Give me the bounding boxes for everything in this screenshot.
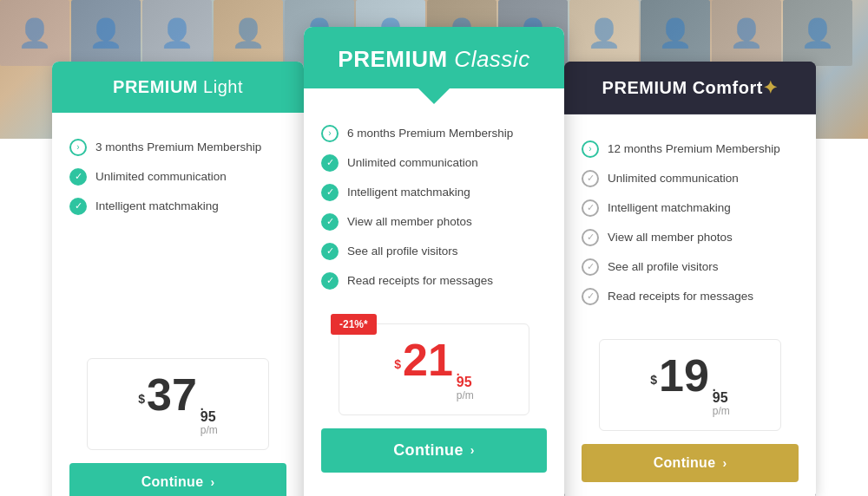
plan-comfort-features: › 12 months Premium Membership ✓ Unlimit… <box>564 114 816 335</box>
plan-comfort-continue-button[interactable]: Continue › <box>582 444 799 482</box>
feature-text: 12 months Premium Membership <box>608 142 780 155</box>
plan-classic-subtitle: Classic <box>454 46 529 72</box>
plan-light-header: PREMIUM Light <box>52 62 304 113</box>
circle-arrow-icon: › <box>321 125 339 142</box>
feature-text: See all profile visitors <box>608 260 719 273</box>
circle-arrow-icon: › <box>69 139 87 156</box>
circle-arrow-icon: › <box>582 140 599 158</box>
check-icon: ✓ <box>582 170 599 187</box>
check-icon: ✓ <box>582 229 599 246</box>
plan-light-features: › 3 months Premium Membership ✓ Unlimite… <box>52 113 304 354</box>
price-display: $ 21 . 95 p/m <box>357 337 511 401</box>
feature-text: Unlimited communication <box>608 172 739 185</box>
plan-classic-title: PREMIUM Classic <box>321 46 547 73</box>
price-main: 19 <box>659 353 709 398</box>
check-icon: ✓ <box>582 258 599 276</box>
check-icon: ✓ <box>321 243 339 260</box>
discount-badge: -21%* <box>331 314 377 335</box>
check-icon: ✓ <box>582 199 599 217</box>
plan-comfort-price-wrapper: $ 19 . 95 p/m <box>564 335 816 431</box>
price-decimal: . 95 p/m <box>201 400 218 436</box>
plan-comfort-subtitle: Comfort✦ <box>693 78 779 97</box>
plan-classic-header: PREMIUM Classic <box>304 27 564 88</box>
price-cents: 95 <box>201 410 216 424</box>
plan-comfort-button-section: Continue › <box>564 431 816 497</box>
plan-comfort: PREMIUM Comfort✦ › 12 months Premium Mem… <box>564 62 816 497</box>
feature-item: ✓ Unlimited communication <box>69 168 286 186</box>
feature-text: Intelligent matchmaking <box>95 199 219 212</box>
plan-comfort-header: PREMIUM Comfort✦ <box>564 62 816 114</box>
feature-text: Read receipts for messages <box>347 274 493 287</box>
check-icon: ✓ <box>321 272 339 290</box>
plan-classic-continue-button[interactable]: Continue › <box>321 428 547 473</box>
comfort-star-icon: ✦ <box>763 78 779 97</box>
feature-item: ✓ Intelligent matchmaking <box>69 198 286 215</box>
currency-symbol: $ <box>394 357 401 371</box>
check-icon: ✓ <box>321 184 339 201</box>
feature-text: View all member photos <box>608 231 733 244</box>
plan-light-price: $ 37 . 95 p/m <box>87 358 269 450</box>
price-cents: 95 <box>713 391 728 405</box>
feature-item: ✓ See all profile visitors <box>582 258 799 276</box>
plan-comfort-name: PREMIUM <box>602 78 687 97</box>
member-favorite-label: Member Favorite <box>304 490 564 497</box>
plan-comfort-price: $ 19 . 95 p/m <box>599 339 781 431</box>
check-icon: ✓ <box>582 288 599 305</box>
plan-light-price-wrapper: $ 37 . 95 p/m <box>52 354 304 450</box>
feature-text: Read receipts for messages <box>608 290 753 303</box>
feature-text: See all profile visitors <box>347 245 458 258</box>
feature-text: Intelligent matchmaking <box>347 186 470 199</box>
plan-light-continue-button[interactable]: Continue › <box>69 463 286 497</box>
feature-item: ✓ Unlimited communication <box>321 154 547 172</box>
plan-light: PREMIUM Light › 3 months Premium Members… <box>52 62 304 497</box>
button-label: Continue <box>141 474 204 490</box>
currency-symbol: $ <box>650 373 657 387</box>
plan-light-button-section: Continue › <box>52 450 304 497</box>
check-icon: ✓ <box>69 168 87 186</box>
feature-item: ✓ View all member photos <box>321 213 547 231</box>
feature-item: › 12 months Premium Membership <box>582 140 799 158</box>
price-display: $ 19 . 95 p/m <box>617 353 763 417</box>
plan-classic-name: PREMIUM <box>338 46 447 72</box>
price-cents: 95 <box>457 375 472 389</box>
feature-text: 3 months Premium Membership <box>95 140 261 153</box>
plan-light-title: PREMIUM Light <box>69 77 286 97</box>
price-period: p/m <box>457 389 474 401</box>
button-label: Continue <box>654 455 716 471</box>
chevron-icon: › <box>470 443 475 457</box>
feature-item: › 3 months Premium Membership <box>69 139 286 156</box>
plans-section: PREMIUM Light › 3 months Premium Members… <box>0 0 868 496</box>
plans-container: PREMIUM Light › 3 months Premium Members… <box>52 27 816 497</box>
price-decimal: . 95 p/m <box>713 381 730 417</box>
check-icon: ✓ <box>321 154 339 172</box>
chevron-icon: › <box>210 475 214 489</box>
plan-classic: PREMIUM Classic › 6 months Premium Membe… <box>304 27 564 497</box>
feature-item: ✓ See all profile visitors <box>321 243 547 260</box>
feature-item: ✓ View all member photos <box>582 229 799 246</box>
plan-light-body: › 3 months Premium Membership ✓ Unlimite… <box>52 113 304 497</box>
feature-item: ✓ Intelligent matchmaking <box>321 184 547 201</box>
feature-text: Intelligent matchmaking <box>608 201 731 214</box>
price-main: 37 <box>147 372 197 417</box>
plan-comfort-body: › 12 months Premium Membership ✓ Unlimit… <box>564 114 816 497</box>
feature-text: View all member photos <box>347 215 472 228</box>
plan-classic-features: › 6 months Premium Membership ✓ Unlimite… <box>304 88 564 319</box>
feature-item: ✓ Read receipts for messages <box>582 288 799 305</box>
plan-light-name: PREMIUM <box>113 77 198 96</box>
feature-text: 6 months Premium Membership <box>347 127 513 140</box>
price-decimal: . 95 p/m <box>457 365 474 401</box>
plan-light-subtitle: Light <box>203 77 243 96</box>
check-icon: ✓ <box>69 198 87 215</box>
plan-classic-price-wrapper: -21%* $ 21 . 95 p/m <box>304 319 564 415</box>
currency-symbol: $ <box>138 392 145 406</box>
feature-text: Unlimited communication <box>95 170 227 183</box>
plan-classic-button-section: Continue › <box>304 415 564 490</box>
check-icon: ✓ <box>321 213 339 231</box>
plan-classic-price: -21%* $ 21 . 95 p/m <box>339 323 529 415</box>
feature-item: ✓ Unlimited communication <box>582 170 799 187</box>
feature-item: ✓ Intelligent matchmaking <box>582 199 799 217</box>
plan-comfort-title: PREMIUM Comfort✦ <box>582 77 799 98</box>
price-main: 21 <box>403 337 453 382</box>
feature-text: Unlimited communication <box>347 156 478 169</box>
feature-item: › 6 months Premium Membership <box>321 125 547 142</box>
